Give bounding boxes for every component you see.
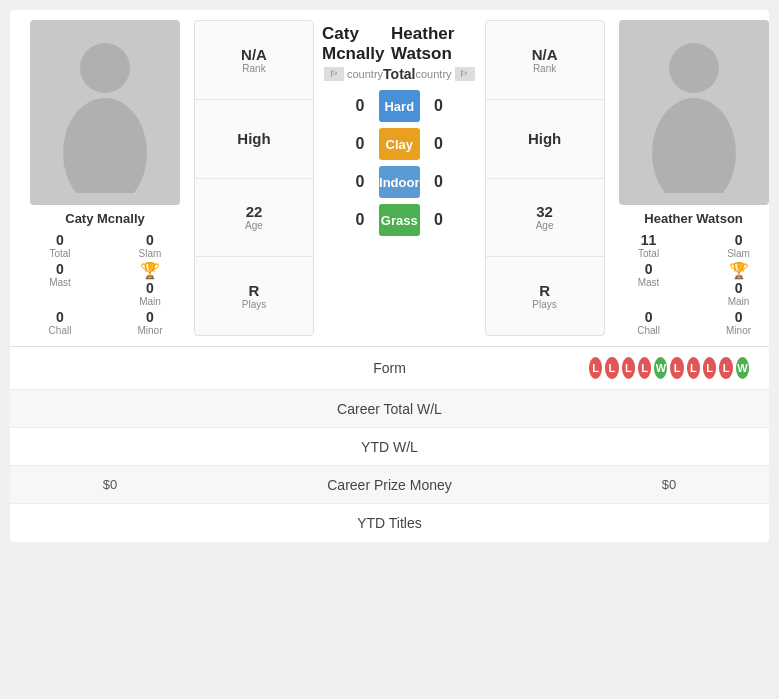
left-player-stats: 0 Total 0 Slam 0 Mast 🏆 0 Main 0 [20,232,190,336]
right-player-card: Heather Watson 11 Total 0 Slam 0 Mast 🏆 … [609,20,769,336]
form-badge-9: W [736,357,749,379]
right-plays-stat: R Plays [486,257,604,335]
court-btn-hard[interactable]: Hard [379,90,419,122]
court-row-hard: 0 Hard 0 [345,88,453,124]
form-badge-0: L [589,357,602,379]
court-btn-clay[interactable]: Clay [379,128,419,160]
form-badges-container: LLLLWLLLLW [589,357,749,379]
left-player-card: Caty Mcnally 0 Total 0 Slam 0 Mast 🏆 0 [20,20,190,336]
right-stat-slam: 0 Slam [699,232,769,259]
prize-left: $0 [30,477,190,492]
ytd-wl-row: YTD W/L [10,428,769,466]
left-rank-stat: N/A Rank [195,21,313,100]
right-stat-minor: 0 Minor [699,309,769,336]
form-badge-5: L [670,357,683,379]
court-score-left-grass: 0 [345,211,375,229]
court-score-right-hard: 0 [424,97,454,115]
center-section: Caty Mcnally Heather Watson 🏳 country To… [318,20,481,336]
court-btn-indoor[interactable]: Indoor [379,166,419,198]
career-wl-row: Career Total W/L [10,390,769,428]
court-btn-grass[interactable]: Grass [379,204,419,236]
right-high-stat: High [486,100,604,179]
career-wl-label: Career Total W/L [190,401,589,417]
court-score-left-indoor: 0 [345,173,375,191]
left-country-flag: 🏳 country [324,66,383,82]
svg-point-2 [669,43,719,93]
right-rank-stat: N/A Rank [486,21,604,100]
form-badge-4: W [654,357,667,379]
center-right-player-name: Heather Watson [391,24,477,64]
left-stat-main: 🏆 0 Main [110,261,190,307]
court-score-right-indoor: 0 [424,173,454,191]
svg-point-0 [80,43,130,93]
court-score-right-clay: 0 [424,135,454,153]
right-player-avatar [619,20,769,205]
right-age-stat: 32 Age [486,179,604,258]
prize-row: $0 Career Prize Money $0 [10,466,769,504]
left-plays-stat: R Plays [195,257,313,335]
form-badge-8: L [719,357,732,379]
left-player-name: Caty Mcnally [65,211,144,226]
right-side-stats: N/A Rank High 32 Age R Plays [485,20,605,336]
right-stat-chall: 0 Chall [609,309,689,336]
court-score-left-clay: 0 [345,135,375,153]
form-badges-row: LLLLWLLLLW [589,357,749,379]
court-score-right-grass: 0 [424,211,454,229]
right-player-stats: 11 Total 0 Slam 0 Mast 🏆 0 Main 0 [609,232,769,336]
prize-label: Career Prize Money [190,477,589,493]
left-stat-total: 0 Total [20,232,100,259]
prize-right: $0 [589,477,749,492]
total-label: Total [383,66,415,82]
form-label: Form [190,360,589,376]
left-stat-slam: 0 Slam [110,232,190,259]
left-trophy-icon: 🏆 [140,261,160,280]
form-row: Form LLLLWLLLLW [10,347,769,390]
court-row-indoor: 0 Indoor 0 [345,164,453,200]
form-badge-3: L [638,357,651,379]
court-row-grass: 0 Grass 0 [345,202,453,238]
court-row-clay: 0 Clay 0 [345,126,453,162]
right-player-name: Heather Watson [644,211,742,226]
svg-point-1 [63,98,147,193]
ytd-titles-label: YTD Titles [190,515,589,531]
right-country-flag: country 🏳 [415,66,474,82]
form-badge-6: L [687,357,700,379]
left-side-stats: N/A Rank High 22 Age R Plays [194,20,314,336]
form-badge-1: L [605,357,618,379]
form-badge-7: L [703,357,716,379]
right-stat-total: 11 Total [609,232,689,259]
center-left-player-name: Caty Mcnally [322,24,391,64]
right-stat-mast: 0 Mast [609,261,689,307]
court-score-left-hard: 0 [345,97,375,115]
right-trophy-icon: 🏆 [729,261,749,280]
left-player-avatar [30,20,180,205]
left-high-stat: High [195,100,313,179]
ytd-titles-row: YTD Titles [10,504,769,542]
left-age-stat: 22 Age [195,179,313,258]
court-rows: 0 Hard 0 0 Clay 0 0 Indoor 0 0 Grass 0 [345,86,453,240]
left-stat-chall: 0 Chall [20,309,100,336]
left-stat-minor: 0 Minor [110,309,190,336]
svg-point-3 [652,98,736,193]
right-stat-main: 🏆 0 Main [699,261,769,307]
left-stat-mast: 0 Mast [20,261,100,307]
bottom-section: Form LLLLWLLLLW Career Total W/L YTD W/L… [10,346,769,542]
ytd-wl-label: YTD W/L [190,439,589,455]
form-badge-2: L [622,357,635,379]
